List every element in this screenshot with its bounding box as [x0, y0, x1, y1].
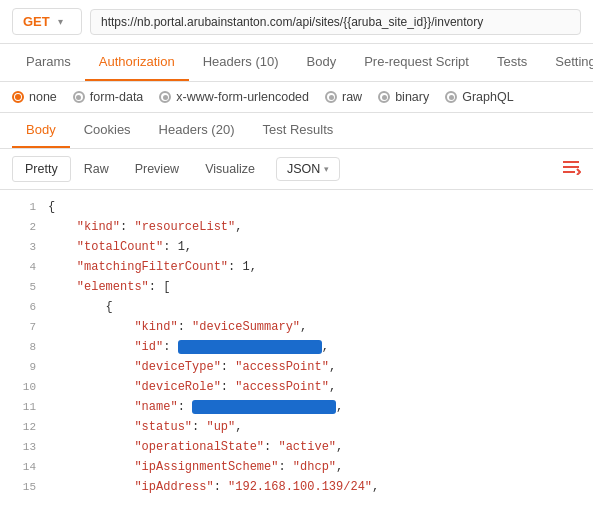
json-line-2: 2 "kind": "resourceList",: [0, 218, 593, 238]
format-raw[interactable]: Raw: [71, 156, 122, 182]
json-line-8: 8 "id": ,: [0, 338, 593, 358]
json-type-chevron-icon: ▾: [324, 164, 329, 174]
json-line-12: 12 "status": "up",: [0, 418, 593, 438]
json-line-4: 4 "matchingFilterCount": 1,: [0, 258, 593, 278]
radio-formdata-circle: [73, 91, 85, 103]
tab-resp-test-results[interactable]: Test Results: [248, 113, 347, 148]
line-num-10: 10: [8, 379, 36, 397]
json-type-label: JSON: [287, 162, 320, 176]
line-num-11: 11: [8, 399, 36, 417]
radio-formdata-label: form-data: [90, 90, 144, 104]
json-code-13: "operationalState": "active",: [48, 438, 343, 457]
method-selector[interactable]: GET ▾: [12, 8, 82, 35]
tab-resp-body[interactable]: Body: [12, 113, 70, 148]
json-code-4: "matchingFilterCount": 1,: [48, 258, 257, 277]
line-num-1: 1: [8, 199, 36, 217]
line-num-4: 4: [8, 259, 36, 277]
method-chevron-icon: ▾: [58, 16, 63, 27]
tab-settings[interactable]: Settings: [541, 44, 593, 81]
redacted-name: [192, 400, 336, 414]
json-content: 1 { 2 "kind": "resourceList", 3 "totalCo…: [0, 190, 593, 506]
line-num-14: 14: [8, 459, 36, 477]
radio-none[interactable]: none: [12, 90, 57, 104]
response-section: Body Cookies Headers (20) Test Results P…: [0, 113, 593, 506]
line-num-2: 2: [8, 219, 36, 237]
tab-body[interactable]: Body: [293, 44, 351, 81]
json-code-9: "deviceType": "accessPoint",: [48, 358, 336, 377]
url-input[interactable]: [90, 9, 581, 35]
json-code-8: "id": ,: [48, 338, 329, 357]
json-code-15: "ipAddress": "192.168.100.139/24",: [48, 478, 379, 497]
top-tab-bar: Params Authorization Headers (10) Body P…: [0, 44, 593, 82]
tab-resp-headers[interactable]: Headers (20): [145, 113, 249, 148]
format-preview[interactable]: Preview: [122, 156, 192, 182]
json-code-6: {: [48, 298, 113, 317]
response-tab-bar: Body Cookies Headers (20) Test Results: [0, 113, 593, 149]
json-line-14: 14 "ipAssignmentScheme": "dhcp",: [0, 458, 593, 478]
json-line-9: 9 "deviceType": "accessPoint",: [0, 358, 593, 378]
json-code-3: "totalCount": 1,: [48, 238, 192, 257]
json-line-5: 5 "elements": [: [0, 278, 593, 298]
method-text: GET: [23, 14, 50, 29]
format-visualize[interactable]: Visualize: [192, 156, 268, 182]
radio-graphql[interactable]: GraphQL: [445, 90, 513, 104]
json-line-15: 15 "ipAddress": "192.168.100.139/24",: [0, 478, 593, 498]
line-num-3: 3: [8, 239, 36, 257]
json-line-13: 13 "operationalState": "active",: [0, 438, 593, 458]
tab-resp-cookies[interactable]: Cookies: [70, 113, 145, 148]
url-bar: GET ▾: [0, 0, 593, 44]
json-line-3: 3 "totalCount": 1,: [0, 238, 593, 258]
radio-binary-label: binary: [395, 90, 429, 104]
radio-graphql-label: GraphQL: [462, 90, 513, 104]
radio-none-label: none: [29, 90, 57, 104]
radio-raw-circle: [325, 91, 337, 103]
json-code-5: "elements": [: [48, 278, 170, 297]
json-line-6: 6 {: [0, 298, 593, 318]
line-num-7: 7: [8, 319, 36, 337]
json-line-7: 7 "kind": "deviceSummary",: [0, 318, 593, 338]
radio-raw[interactable]: raw: [325, 90, 362, 104]
radio-binary-circle: [378, 91, 390, 103]
json-code-2: "kind": "resourceList",: [48, 218, 242, 237]
format-bar: Pretty Raw Preview Visualize JSON ▾: [0, 149, 593, 190]
tab-authorization[interactable]: Authorization: [85, 44, 189, 81]
json-line-1: 1 {: [0, 198, 593, 218]
line-num-5: 5: [8, 279, 36, 297]
tab-tests[interactable]: Tests: [483, 44, 541, 81]
json-code-1: {: [48, 198, 55, 217]
json-type-selector[interactable]: JSON ▾: [276, 157, 340, 181]
tab-params[interactable]: Params: [12, 44, 85, 81]
tab-prerequest[interactable]: Pre-request Script: [350, 44, 483, 81]
radio-urlencoded-label: x-www-form-urlencoded: [176, 90, 309, 104]
radio-urlencoded[interactable]: x-www-form-urlencoded: [159, 90, 309, 104]
line-num-13: 13: [8, 439, 36, 457]
format-pretty[interactable]: Pretty: [12, 156, 71, 182]
line-num-12: 12: [8, 419, 36, 437]
redacted-id: [178, 340, 322, 354]
body-options-bar: none form-data x-www-form-urlencoded raw…: [0, 82, 593, 113]
radio-urlencoded-circle: [159, 91, 171, 103]
json-code-10: "deviceRole": "accessPoint",: [48, 378, 336, 397]
line-num-6: 6: [8, 299, 36, 317]
json-code-7: "kind": "deviceSummary",: [48, 318, 307, 337]
json-code-14: "ipAssignmentScheme": "dhcp",: [48, 458, 343, 477]
json-line-10: 10 "deviceRole": "accessPoint",: [0, 378, 593, 398]
line-num-15: 15: [8, 479, 36, 497]
radio-raw-label: raw: [342, 90, 362, 104]
radio-form-data[interactable]: form-data: [73, 90, 144, 104]
radio-none-circle: [12, 91, 24, 103]
tab-headers[interactable]: Headers (10): [189, 44, 293, 81]
json-code-11: "name": ,: [48, 398, 343, 417]
json-line-11: 11 "name": ,: [0, 398, 593, 418]
json-code-12: "status": "up",: [48, 418, 242, 437]
line-num-8: 8: [8, 339, 36, 357]
radio-graphql-circle: [445, 91, 457, 103]
radio-binary[interactable]: binary: [378, 90, 429, 104]
line-num-9: 9: [8, 359, 36, 377]
wrap-icon[interactable]: [561, 159, 581, 179]
